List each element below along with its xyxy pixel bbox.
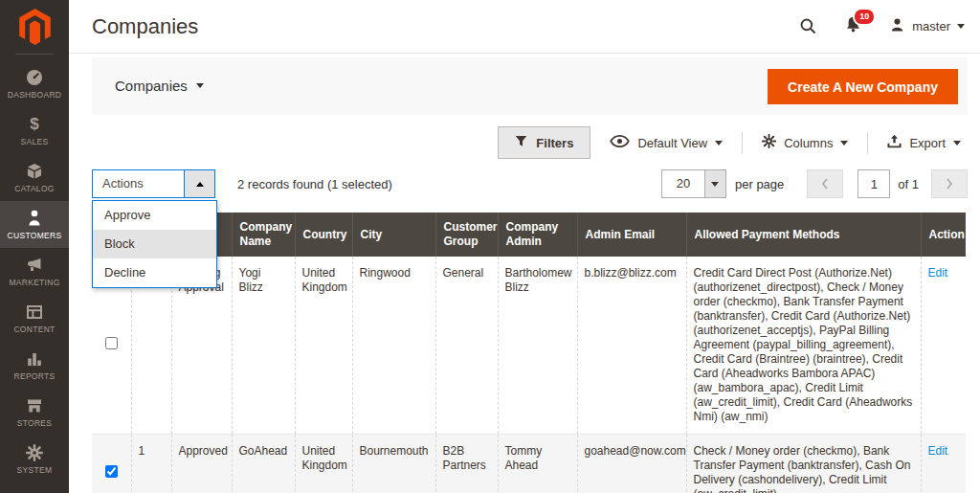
search-icon[interactable] <box>799 17 817 35</box>
previous-page-button[interactable] <box>807 169 843 198</box>
username: master <box>912 19 950 34</box>
reports-icon <box>25 349 44 369</box>
sidebar-item-sales[interactable]: $ SALES <box>0 107 69 154</box>
page-subheader: Companies Create A New Company <box>92 57 968 115</box>
system-icon <box>25 443 44 462</box>
edit-link[interactable]: Edit <box>928 444 948 458</box>
grid-controls: Actions 2 records found (1 selected) 20 … <box>92 169 968 198</box>
cell-company-admin: Bartholomew Blizz <box>498 257 577 435</box>
view-switcher[interactable]: Default View <box>603 135 729 150</box>
sidebar-item-label: CONTENT <box>13 325 55 334</box>
topbar: Companies 10 master <box>69 0 980 54</box>
grid-header-row: ID Status Company Name Country City Cust… <box>92 213 966 257</box>
pagination: 20 per page of 1 <box>661 169 968 198</box>
table-row: Pending Approval Yogi Blizz United Kingd… <box>92 257 966 435</box>
content-icon <box>25 303 44 322</box>
create-new-company-button[interactable]: Create A New Company <box>768 69 958 104</box>
marketing-icon <box>25 256 44 275</box>
admin-user-menu[interactable]: master <box>889 17 965 36</box>
cell-city: Bournemouth <box>352 435 435 493</box>
export-icon <box>887 134 902 151</box>
column-header-country[interactable]: Country <box>295 213 352 257</box>
sidebar-item-label: SYSTEM <box>17 465 53 475</box>
sidebar-item-label: MARKETING <box>9 278 59 287</box>
filters-button[interactable]: Filters <box>498 126 590 159</box>
row-checkbox[interactable] <box>105 465 118 478</box>
magento-logo-icon[interactable] <box>0 0 69 54</box>
chevron-down-icon <box>196 83 204 88</box>
sidebar-item-reports[interactable]: REPORTS <box>0 342 69 389</box>
chevron-down-icon <box>957 24 965 29</box>
toolbar-divider <box>867 132 868 154</box>
sidebar-item-stores[interactable]: STORES <box>0 389 69 436</box>
cell-company-name: GoAhead <box>232 435 295 493</box>
column-header-customer-group[interactable]: Customer Group <box>435 213 498 257</box>
chevron-down-icon <box>953 141 961 146</box>
user-icon <box>889 17 905 36</box>
notifications-button[interactable]: 10 <box>844 15 862 37</box>
sales-icon: $ <box>30 115 38 134</box>
cell-country: United Kingdom <box>295 435 352 493</box>
cell-customer-group: General <box>435 257 498 435</box>
dashboard-icon <box>25 68 44 87</box>
column-header-company-admin[interactable]: Company Admin <box>498 213 577 257</box>
chevron-left-icon <box>821 178 829 190</box>
catalog-icon <box>25 162 44 181</box>
cell-customer-group: B2B Partners <box>435 435 498 493</box>
page-size-toggle[interactable] <box>704 170 725 197</box>
sidebar-item-dashboard[interactable]: DASHBOARD <box>0 60 69 107</box>
actions-select[interactable]: Actions <box>92 169 215 198</box>
sidebar-item-catalog[interactable]: CATALOG <box>0 154 69 201</box>
sidebar-item-label: SALES <box>21 137 49 146</box>
notification-badge: 10 <box>853 8 876 26</box>
actions-select-label: Actions <box>93 170 184 197</box>
cell-status: Approved <box>171 435 232 493</box>
column-header-company-name[interactable]: Company Name <box>232 213 295 257</box>
column-header-admin-email[interactable]: Admin Email <box>577 213 686 257</box>
export-control[interactable]: Export <box>880 134 968 151</box>
page-size-select[interactable]: 20 <box>661 169 726 198</box>
table-row: 1 Approved GoAhead United Kingdom Bourne… <box>92 435 966 493</box>
sidebar-item-label: REPORTS <box>13 371 55 381</box>
sidebar-item-marketing[interactable]: MARKETING <box>0 248 69 295</box>
chevron-down-icon <box>840 141 848 146</box>
column-header-payment-methods[interactable]: Allowed Payment Methods <box>686 213 921 257</box>
page-size-value: 20 <box>662 170 704 197</box>
column-header-city[interactable]: City <box>352 213 435 257</box>
companies-admin-page: DASHBOARD $ SALES CATALOG CUSTOMERS <box>0 0 980 493</box>
admin-sidebar: DASHBOARD $ SALES CATALOG CUSTOMERS <box>0 0 69 493</box>
records-summary: 2 records found (1 selected) <box>237 177 392 191</box>
menu-item-block[interactable]: Block <box>93 230 216 258</box>
columns-control-label: Columns <box>784 136 833 150</box>
next-page-button[interactable] <box>931 169 968 198</box>
row-checkbox[interactable] <box>105 337 118 349</box>
sidebar-item-customers[interactable]: CUSTOMERS <box>0 201 69 248</box>
column-header-action[interactable]: Action <box>921 213 966 257</box>
cell-id: 1 <box>131 435 171 493</box>
current-page-input[interactable] <box>858 169 890 198</box>
sidebar-item-label: STORES <box>17 418 53 428</box>
menu-item-decline[interactable]: Decline <box>93 258 216 287</box>
cell-admin-email: b.blizz@blizz.com <box>577 257 686 435</box>
columns-control[interactable]: Columns <box>755 134 855 151</box>
store-view-switcher[interactable]: Companies <box>115 78 204 94</box>
cell-admin-email: goahead@now.com <box>577 435 686 493</box>
sidebar-item-system[interactable]: SYSTEM <box>0 436 69 482</box>
sidebar-nav: DASHBOARD $ SALES CATALOG CUSTOMERS <box>0 60 69 482</box>
filters-button-label: Filters <box>536 136 573 150</box>
menu-item-approve[interactable]: Approve <box>93 201 216 230</box>
gear-icon <box>762 134 776 151</box>
customers-icon <box>25 209 44 228</box>
cell-payment-methods: Check / Money order (checkmo), Bank Tran… <box>686 435 921 493</box>
edit-link[interactable]: Edit <box>928 266 948 280</box>
chevron-down-icon <box>715 141 723 146</box>
actions-select-toggle[interactable] <box>184 170 214 197</box>
cell-company-name: Yogi Blizz <box>232 257 295 435</box>
export-control-label: Export <box>909 136 946 150</box>
filter-funnel-icon <box>515 135 527 150</box>
stores-icon <box>25 396 44 415</box>
eye-icon <box>610 135 630 150</box>
sidebar-item-content[interactable]: CONTENT <box>0 295 69 342</box>
topbar-actions: 10 master <box>799 15 965 37</box>
cell-company-admin: Tommy Ahead <box>498 435 577 493</box>
